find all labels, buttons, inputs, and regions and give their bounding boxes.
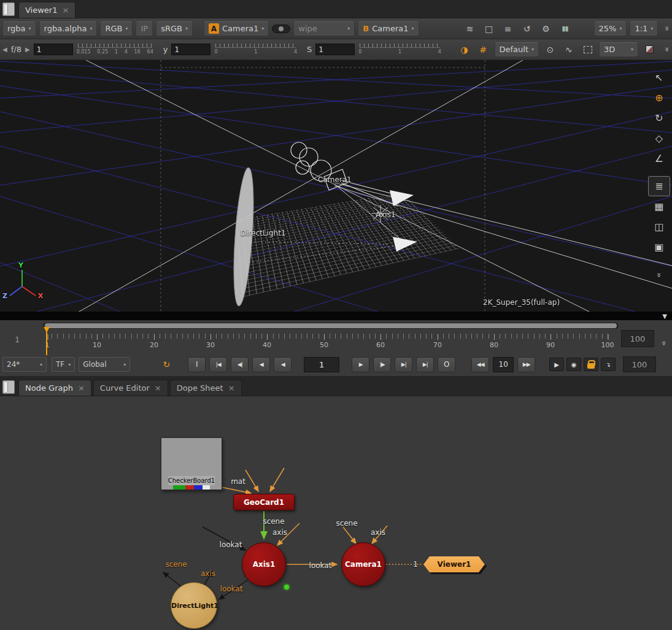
current-frame-input[interactable] (304, 357, 339, 372)
translate-tool-icon[interactable]: ⊕ (648, 88, 670, 108)
color-swatch-icon[interactable] (642, 42, 657, 57)
node-viewer[interactable]: Viewer1 (423, 556, 485, 572)
play-forward-button[interactable]: ▶ (352, 357, 369, 372)
node-graph-canvas[interactable]: CheckerBoard1 GeoCard1 Axis1 Camera1 Dir… (0, 396, 672, 630)
viewport-collapse-icon[interactable]: » (655, 272, 664, 277)
display-style-dropdown[interactable]: RGB ▾ (100, 21, 133, 36)
jump-back-button[interactable]: ◀◀ (471, 357, 489, 372)
in-point-button[interactable]: I (188, 357, 206, 372)
step-forward-button[interactable]: |▶ (373, 357, 391, 372)
downrez-value: Default (500, 45, 529, 54)
tab-node-graph[interactable]: Node Graph × (18, 380, 91, 396)
wipe-mode-dropdown[interactable]: wipe ▾ (293, 21, 355, 36)
zoom-dropdown[interactable]: 25% ▾ (594, 21, 627, 36)
tab-dope-sheet[interactable]: Dope Sheet × (170, 380, 242, 396)
timeline-ruler[interactable]: 1 10 20 30 40 50 60 70 80 90 100 (46, 334, 612, 356)
chevron-down-icon: ▾ (261, 26, 264, 31)
toolbar-collapse-icon[interactable]: » (662, 26, 671, 31)
viewer-pane-tabbar: Viewer1 × (0, 0, 672, 18)
node-geocard[interactable]: GeoCard1 (233, 494, 295, 510)
monitor-output-icon[interactable]: □ (481, 21, 497, 36)
viewer-lut-dropdown[interactable]: sRGB ▾ (156, 21, 193, 36)
range-end-box[interactable]: 100 (621, 330, 654, 347)
tab-viewer1[interactable]: Viewer1 × (18, 2, 75, 18)
next-stop-icon[interactable]: ▶ (25, 46, 30, 53)
refresh-icon[interactable]: ↺ (519, 21, 535, 36)
layout-frame-icon[interactable]: ▣ (648, 237, 670, 257)
end-frame-box[interactable]: 100 (623, 356, 656, 372)
timeline-scroll-bar[interactable] (45, 323, 617, 328)
gamma-input[interactable] (171, 44, 210, 55)
saturation-slider[interactable]: 0 1 4 (358, 42, 441, 58)
close-icon[interactable]: × (78, 384, 85, 392)
wave-icon[interactable]: ∿ (562, 42, 577, 57)
frame-range-dropdown[interactable]: Global ▾ (79, 357, 130, 372)
playhead[interactable] (44, 327, 50, 332)
ab-blend-toggle[interactable] (272, 25, 290, 33)
prev-keyframe-button[interactable]: ◀| (231, 357, 249, 372)
popup-window-icon[interactable]: ↴ (601, 358, 616, 371)
grid-overlay-icon[interactable]: # (476, 42, 491, 57)
prev-stop-icon[interactable]: ◀ (2, 46, 7, 53)
viewer-toolbar-exposure: ◀ f/8 ▶ 0.015 0.25 1 4 16 64 y 0 1 4 S (0, 39, 672, 60)
occluder-icon[interactable]: ⊙ (543, 42, 558, 57)
pixel-aspect-dropdown[interactable]: 1:1 ▾ (630, 21, 658, 36)
saturation-input[interactable] (315, 44, 355, 55)
play-backward-button[interactable]: ◀ (274, 357, 292, 372)
jump-forward-button[interactable]: ▶▶ (517, 357, 535, 372)
view-dimension-dropdown[interactable]: 3D ▾ (599, 42, 638, 57)
loop-mode-button[interactable]: O (438, 357, 455, 372)
layout-split-icon[interactable]: ◫ (648, 217, 670, 237)
channels-dropdown[interactable]: rgba ▾ (2, 21, 36, 36)
close-icon[interactable]: × (228, 384, 235, 392)
lock-range-icon[interactable] (584, 358, 598, 371)
panel-splitter[interactable]: ▼ (0, 312, 672, 320)
node-axis[interactable]: Axis1 (242, 542, 286, 586)
input-process-toggle[interactable]: IP (136, 21, 153, 36)
input-b-dropdown[interactable]: B Camera1 ▾ (358, 21, 419, 36)
layout-grid-icon[interactable]: ▦ (648, 196, 670, 217)
gamma-slider[interactable]: 0 1 4 (214, 42, 297, 58)
tf-dropdown[interactable]: TF ▾ (52, 357, 75, 372)
pane-layout-icon[interactable] (2, 380, 15, 394)
scale-tool-icon[interactable]: ◇ (648, 128, 670, 148)
close-icon[interactable]: × (62, 6, 69, 14)
alpha-channel-dropdown[interactable]: rgba.alpha ▾ (39, 21, 98, 36)
layout-bars-icon[interactable]: ≣ (648, 176, 670, 196)
rotate-tool-icon[interactable]: ↻ (648, 108, 670, 128)
fps-dropdown[interactable]: 24* ▾ (2, 357, 47, 372)
playback-loop-icon[interactable]: ↻ (158, 357, 174, 372)
next-keyframe-button[interactable]: ▶| (395, 357, 412, 372)
headlamp-icon[interactable]: ◑ (457, 42, 472, 57)
node-checkerboard[interactable]: CheckerBoard1 (161, 437, 222, 490)
flipbook-icon[interactable]: ▶ (549, 358, 564, 371)
skew-tool-icon[interactable]: ∠ (648, 148, 670, 169)
close-icon[interactable]: × (155, 384, 161, 392)
pause-icon[interactable]: ▮▮ (557, 21, 573, 36)
geocard-input-stubs[interactable] (245, 468, 284, 491)
goto-end-button[interactable]: ▶| (416, 357, 434, 372)
node-camera[interactable]: Camera1 (341, 542, 385, 586)
gamma-slider-labels: 0 1 4 (214, 49, 297, 55)
marquee-select-icon[interactable] (580, 42, 595, 57)
timeline-collapse-icon[interactable]: » (660, 340, 669, 345)
select-tool-icon[interactable]: ↖ (648, 67, 670, 88)
node-directlight[interactable]: DirectLight1 (171, 582, 217, 629)
render-icon[interactable]: ◉ (566, 358, 581, 371)
splitter-collapse-icon[interactable]: ▼ (662, 313, 667, 320)
step-back-button[interactable]: ◀ (252, 357, 270, 372)
downrez-dropdown[interactable]: Default ▾ (495, 42, 539, 57)
input-a-dropdown[interactable]: A Camera1 ▾ (204, 21, 269, 36)
overlay-menu-icon[interactable]: ≡ (500, 21, 516, 36)
frame-increment-input[interactable] (493, 357, 514, 372)
toolbar-collapse-icon[interactable]: » (662, 47, 671, 52)
gear-icon[interactable]: ⚙ (538, 21, 554, 36)
viewer-3d-viewport[interactable]: Camera1 Axis1 DirectLight1 2K_Super_35(f… (0, 60, 672, 312)
gain-input[interactable] (34, 44, 73, 55)
goto-start-button[interactable]: |◀ (209, 357, 227, 372)
gain-slider[interactable]: 0.015 0.25 1 4 16 64 (77, 42, 153, 58)
pane-layout-icon[interactable] (2, 2, 15, 16)
roi-icon[interactable]: ≋ (462, 21, 478, 36)
tab-curve-editor[interactable]: Curve Editor × (93, 380, 168, 396)
color-swatch-icon-shape (646, 45, 654, 53)
